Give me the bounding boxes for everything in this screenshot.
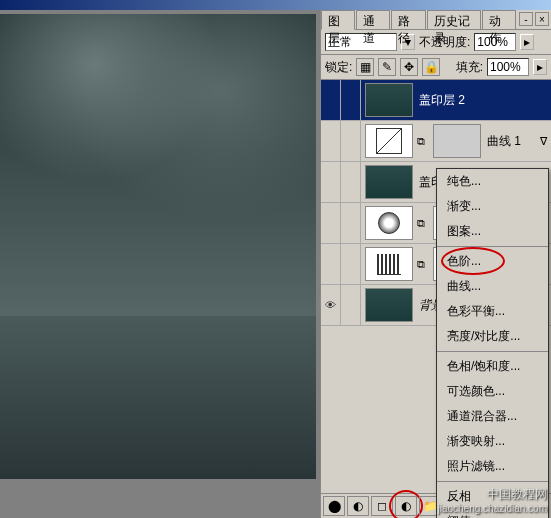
menu-hue-saturation[interactable]: 色相/饱和度... — [437, 354, 548, 379]
new-adjustment-icon[interactable]: ◐ — [395, 496, 417, 516]
watermark-text: 中国教程网 — [437, 486, 547, 503]
panel-close-icon[interactable]: × — [535, 12, 549, 26]
layer-row[interactable]: 盖印层 2 — [321, 80, 551, 121]
mask-icon[interactable]: ◻ — [371, 496, 393, 516]
visibility-icon[interactable] — [321, 203, 341, 243]
menu-photo-filter[interactable]: 照片滤镜... — [437, 454, 548, 479]
link-cell[interactable] — [341, 244, 361, 284]
adjustment-thumbnail[interactable] — [365, 247, 413, 281]
menu-gradient[interactable]: 渐变... — [437, 194, 548, 219]
menu-pattern[interactable]: 图案... — [437, 219, 548, 244]
link-cell[interactable] — [341, 285, 361, 325]
visibility-icon[interactable] — [321, 285, 341, 325]
layer-thumbnail[interactable] — [365, 165, 413, 199]
menu-separator — [437, 481, 548, 482]
link-cell[interactable] — [341, 203, 361, 243]
lock-transparent-icon[interactable]: ▦ — [356, 58, 374, 76]
adjustment-context-menu: 纯色... 渐变... 图案... 色阶... 曲线... 色彩平衡... 亮度… — [436, 168, 549, 518]
tab-layers[interactable]: 图层 — [321, 10, 355, 30]
link-cell[interactable] — [341, 162, 361, 202]
panel-minimize-icon[interactable]: - — [519, 12, 533, 26]
lock-row: 锁定: ▦ ✎ ✥ 🔒 填充: 100% ▸ — [321, 55, 551, 80]
link-icon[interactable]: ⧉ — [417, 217, 429, 230]
menu-brightness-contrast[interactable]: 亮度/对比度... — [437, 324, 548, 349]
layer-style-icon[interactable]: ◐ — [347, 496, 369, 516]
link-icon[interactable]: ⧉ — [417, 135, 429, 148]
tab-channels[interactable]: 通道 — [356, 10, 390, 29]
visibility-icon[interactable] — [321, 80, 341, 120]
link-cell[interactable] — [341, 121, 361, 161]
link-icon[interactable]: ⧉ — [417, 258, 429, 271]
chevron-down-icon[interactable]: ▸ — [520, 34, 534, 50]
visibility-icon[interactable] — [321, 162, 341, 202]
menu-color-balance[interactable]: 色彩平衡... — [437, 299, 548, 324]
adjustment-thumbnail[interactable] — [365, 124, 413, 158]
visibility-icon[interactable] — [321, 121, 341, 161]
layer-row[interactable]: ⧉ 曲线 1 ∇ — [321, 121, 551, 162]
expand-icon[interactable]: ∇ — [540, 135, 551, 148]
link-cell[interactable] — [341, 80, 361, 120]
lock-label: 锁定: — [325, 59, 352, 76]
tab-paths[interactable]: 路径 — [391, 10, 425, 29]
menu-gradient-map[interactable]: 渐变映射... — [437, 429, 548, 454]
watermark-url: jiaocheng.chazidian.com — [437, 503, 547, 514]
link-layers-icon[interactable]: ⬤ — [323, 496, 345, 516]
visibility-icon[interactable] — [321, 244, 341, 284]
menu-solid-color[interactable]: 纯色... — [437, 169, 548, 194]
layer-thumbnail[interactable] — [365, 83, 413, 117]
panel-tabs: 图层 通道 路径 历史记录 动作 - × — [321, 10, 551, 30]
lock-paint-icon[interactable]: ✎ — [378, 58, 396, 76]
menu-curves[interactable]: 曲线... — [437, 274, 548, 299]
layer-thumbnail[interactable] — [365, 288, 413, 322]
fill-label: 填充: — [456, 59, 483, 76]
chevron-down-icon[interactable]: ▸ — [533, 59, 547, 75]
menu-separator — [437, 351, 548, 352]
watermark: 中国教程网 jiaocheng.chazidian.com — [437, 486, 547, 514]
window-titlebar — [0, 0, 551, 10]
lock-position-icon[interactable]: ✥ — [400, 58, 418, 76]
menu-separator — [437, 246, 548, 247]
levels-icon — [377, 254, 401, 275]
lock-all-icon[interactable]: 🔒 — [422, 58, 440, 76]
tab-actions[interactable]: 动作 — [482, 10, 516, 29]
adjustment-thumbnail[interactable] — [365, 206, 413, 240]
menu-levels[interactable]: 色阶... — [437, 249, 548, 274]
layer-name[interactable]: 曲线 1 — [485, 133, 540, 150]
tab-history[interactable]: 历史记录 — [427, 10, 481, 29]
menu-channel-mixer[interactable]: 通道混合器... — [437, 404, 548, 429]
menu-selective-color[interactable]: 可选颜色... — [437, 379, 548, 404]
layer-name[interactable]: 盖印层 2 — [417, 92, 551, 109]
fill-input[interactable]: 100% — [487, 58, 529, 76]
mask-thumbnail[interactable] — [433, 124, 481, 158]
canvas-area — [0, 10, 320, 518]
adjustment-icon — [378, 212, 400, 234]
curves-icon — [376, 128, 402, 154]
document-canvas[interactable] — [0, 14, 316, 479]
